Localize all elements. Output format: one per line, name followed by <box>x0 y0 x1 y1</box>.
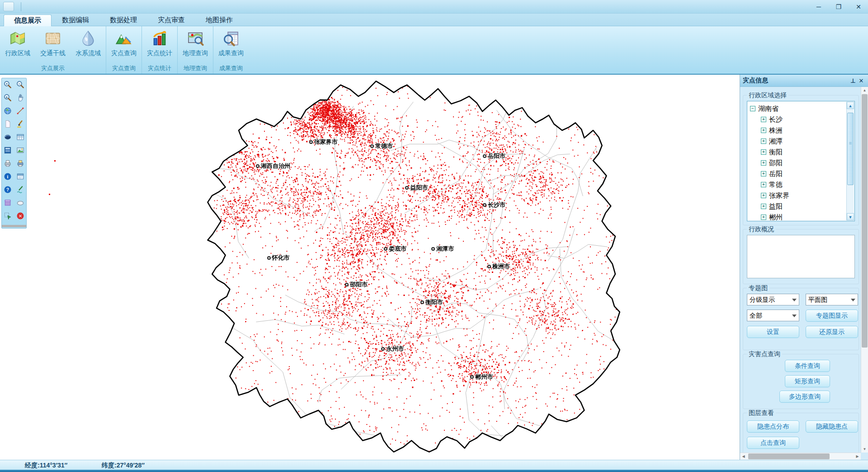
tree-node-province[interactable]: −湖南省 <box>750 103 845 114</box>
tab-data-edit[interactable]: 数据编辑 <box>52 14 99 26</box>
tool-print-preview[interactable] <box>14 158 26 170</box>
tool-zoom-extent[interactable]: ± <box>2 93 14 105</box>
ribbon-button-traffic-map[interactable]: 交通干线 <box>35 28 71 64</box>
panel-horizontal-scrollbar[interactable]: ◀ ▶ <box>740 453 861 460</box>
thematic-show-button[interactable]: 专题图显示 <box>806 310 858 322</box>
tool-globe-full-extent[interactable] <box>2 106 14 118</box>
info-icon: i <box>3 172 12 183</box>
polygon-query-button[interactable]: 多边形查询 <box>779 391 830 403</box>
print-icon <box>3 159 12 170</box>
tool-sketch-pen[interactable] <box>14 185 26 196</box>
tab-info-display[interactable]: 信息展示 <box>4 14 52 26</box>
ribbon-button-water-drop[interactable]: 水系流域 <box>71 28 106 64</box>
tree-node-city[interactable]: +张家界 <box>750 190 845 201</box>
map-canvas[interactable] <box>0 75 740 460</box>
tool-attribute-table[interactable] <box>14 132 26 144</box>
tree-node-city[interactable]: +株洲 <box>750 125 845 136</box>
overview-textarea[interactable] <box>747 235 855 278</box>
tab-data-process[interactable]: 数据处理 <box>99 14 147 26</box>
tool-info[interactable]: i <box>2 172 14 183</box>
panel-vertical-scrollbar[interactable]: ▲ ▼ <box>861 87 868 453</box>
all-filter-combobox[interactable]: 全部 <box>747 310 799 321</box>
ribbon-button-mountain[interactable]: 灾点查询 <box>106 28 142 64</box>
tree-scroll-up-icon[interactable]: ▲ <box>847 102 854 109</box>
collapse-icon[interactable]: − <box>750 106 755 111</box>
tree-node-city[interactable]: +衡阳 <box>750 147 845 157</box>
panel-scroll-right-icon[interactable]: ▶ <box>854 453 861 460</box>
tab-disaster-review[interactable]: 灾点审查 <box>147 14 195 26</box>
expand-icon[interactable]: + <box>761 204 766 209</box>
tree-node-label: 常德 <box>769 181 783 189</box>
tool-measure-line[interactable] <box>14 106 26 118</box>
tree-node-city[interactable]: +益阳 <box>750 201 845 212</box>
expand-icon[interactable]: + <box>761 171 766 176</box>
expand-icon[interactable]: + <box>761 117 766 122</box>
expand-icon[interactable]: + <box>761 215 766 220</box>
ribbon-button-region-map[interactable]: 行政区域 <box>0 28 35 64</box>
tool-brush[interactable] <box>14 119 26 131</box>
click-query-button[interactable]: 点击查询 <box>747 437 799 449</box>
settings-button[interactable]: 设置 <box>747 326 799 338</box>
quick-access-toolbar[interactable] <box>3 2 14 11</box>
thematic-groupbox: 专题图 分级显示 平面图 全部 专题图显示 设置 <box>743 288 859 350</box>
tool-rotate-view[interactable] <box>2 132 14 144</box>
tool-ellipse-select[interactable] <box>14 198 26 210</box>
tool-help[interactable]: ? <box>2 185 14 196</box>
tool-frame-window[interactable] <box>2 198 14 210</box>
tool-print[interactable] <box>2 158 14 170</box>
tree-scroll-down-icon[interactable]: ▼ <box>847 213 854 220</box>
tree-scrollbar[interactable]: ▲ ▼ <box>846 102 854 220</box>
tool-delete[interactable]: ✕ <box>14 211 26 223</box>
expand-icon[interactable]: + <box>761 193 766 198</box>
tree-node-city[interactable]: +郴州 <box>750 212 845 221</box>
restore-display-button[interactable]: 还原显示 <box>806 326 858 338</box>
panel-scroll-thumb[interactable] <box>862 94 868 348</box>
blank-page-icon <box>3 119 12 130</box>
grade-display-combobox[interactable]: 分级显示 <box>747 294 799 305</box>
tree-node-city[interactable]: +邵阳 <box>750 157 845 168</box>
expand-icon[interactable]: + <box>761 160 766 166</box>
panel-scroll-left-icon[interactable]: ◀ <box>740 453 747 460</box>
panel-scroll-up-icon[interactable]: ▲ <box>861 87 868 94</box>
tool-layer-list[interactable] <box>2 145 14 157</box>
minimize-button[interactable]: ─ <box>812 2 826 12</box>
ribbon-button-map-search[interactable]: 地理查询 <box>178 28 213 64</box>
panel-scroll-down-icon[interactable]: ▼ <box>861 446 868 453</box>
tree-scroll-thumb[interactable] <box>847 113 854 185</box>
expand-icon[interactable]: + <box>761 138 766 144</box>
expand-icon[interactable]: + <box>761 182 766 187</box>
plan-view-combobox[interactable]: 平面图 <box>806 294 858 305</box>
tree-node-city[interactable]: +湘潭 <box>750 136 845 147</box>
tool-zoom-out[interactable]: − <box>14 80 26 91</box>
condition-query-button[interactable]: 条件查询 <box>785 360 830 372</box>
tree-node-city[interactable]: +岳阳 <box>750 168 845 179</box>
ribbon-group-3: 地理查询地理查询 <box>177 26 213 74</box>
ribbon-button-bar-chart[interactable]: 灾点统计 <box>142 28 177 64</box>
expand-icon[interactable]: + <box>761 149 766 155</box>
tool-export-image[interactable] <box>14 145 26 157</box>
tool-window-panel[interactable] <box>14 172 26 183</box>
delete-icon: ✕ <box>16 211 25 222</box>
ribbon-button-label: 灾点查询 <box>111 49 137 57</box>
map-search-icon <box>186 29 205 48</box>
tool-region-select[interactable] <box>2 211 14 223</box>
tab-map-operate[interactable]: 地图操作 <box>195 14 243 26</box>
hazard-distribution-button[interactable]: 隐患点分布 <box>747 420 799 433</box>
rectangle-query-button[interactable]: 矩形查询 <box>785 375 830 387</box>
sketch-pen-icon <box>16 185 25 196</box>
tree-node-city[interactable]: +长沙 <box>750 114 845 125</box>
tool-blank-page[interactable] <box>2 119 14 131</box>
tool-pan-hand[interactable] <box>14 93 26 105</box>
panel-hscroll-thumb[interactable] <box>748 453 830 459</box>
ribbon-button-table-search[interactable]: 成果查询 <box>213 28 249 64</box>
tool-zoom-in[interactable]: + <box>2 80 14 91</box>
panel-close-icon[interactable]: ✕ <box>857 76 865 85</box>
hide-hazard-button[interactable]: 隐藏隐患点 <box>806 420 858 433</box>
maximize-button[interactable]: ❐ <box>832 2 845 12</box>
tree-node-city[interactable]: +常德 <box>750 179 845 190</box>
svg-text:?: ? <box>6 187 9 192</box>
expand-icon[interactable]: + <box>761 128 766 133</box>
close-button[interactable]: ✕ <box>852 2 865 12</box>
pin-icon[interactable]: ⊥ <box>849 76 857 85</box>
thematic-label: 专题图 <box>747 284 769 292</box>
